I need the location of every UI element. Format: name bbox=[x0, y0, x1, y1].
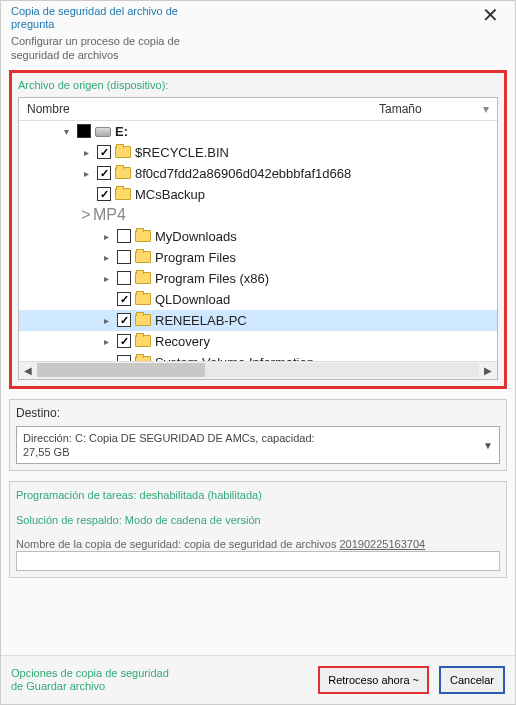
scroll-left-icon[interactable]: ◀ bbox=[19, 365, 37, 376]
expander-icon[interactable]: ▸ bbox=[99, 231, 113, 242]
checkbox[interactable] bbox=[117, 355, 131, 361]
window-title: Copia de seguridad del archivo de pregun… bbox=[11, 5, 211, 31]
tree-body[interactable]: ▾E:▸$RECYCLE.BIN▸8f0cd7fdd2a86906d042ebb… bbox=[19, 121, 497, 361]
folder-icon bbox=[135, 314, 151, 326]
tree-item-label: E: bbox=[115, 124, 128, 139]
close-icon[interactable]: ✕ bbox=[476, 5, 505, 25]
tree-row[interactable]: ▸RENEELAB-PC bbox=[19, 310, 497, 331]
tree-item-label: MP4 bbox=[93, 206, 126, 224]
source-section: Archivo de origen (dispositivo): Nombre … bbox=[9, 70, 507, 389]
backup-name-label: Nombre de la copia de seguridad: copia d… bbox=[16, 537, 500, 551]
solution-label[interactable]: Solución de respaldo: Modo de cadena de … bbox=[16, 513, 276, 527]
tree-row[interactable]: ▾E: bbox=[19, 121, 497, 142]
tree-row[interactable]: MCsBackup bbox=[19, 184, 497, 205]
expander-icon[interactable]: ▸ bbox=[99, 252, 113, 263]
tree-row[interactable]: ▸8f0cd7fdd2a86906d042ebbbfaf1d668 bbox=[19, 163, 497, 184]
folder-icon bbox=[135, 335, 151, 347]
folder-icon bbox=[135, 356, 151, 361]
expander-icon[interactable]: ▸ bbox=[99, 273, 113, 284]
folder-icon bbox=[135, 272, 151, 284]
expander-icon[interactable]: ▸ bbox=[79, 147, 93, 158]
source-label: Archivo de origen (dispositivo): bbox=[18, 79, 498, 91]
tree-item-label: RENEELAB-PC bbox=[155, 313, 247, 328]
backup-name-input[interactable] bbox=[16, 551, 500, 571]
tree-row[interactable]: ▸$RECYCLE.BIN bbox=[19, 142, 497, 163]
tree-item-label: MyDownloads bbox=[155, 229, 237, 244]
checkbox[interactable] bbox=[117, 292, 131, 306]
tree-item-label: MCsBackup bbox=[135, 187, 205, 202]
destination-line2: 27,55 GB bbox=[23, 446, 69, 458]
tree-row[interactable]: ▸Program Files bbox=[19, 247, 497, 268]
tree-item-label: $RECYCLE.BIN bbox=[135, 145, 229, 160]
scroll-thumb[interactable] bbox=[37, 363, 205, 377]
checkbox[interactable] bbox=[117, 271, 131, 285]
backup-name-prefix: Nombre de la copia de seguridad: copia d… bbox=[16, 538, 339, 550]
tree-row[interactable]: QLDownload bbox=[19, 289, 497, 310]
folder-icon bbox=[115, 188, 131, 200]
checkbox[interactable] bbox=[117, 250, 131, 264]
folder-icon bbox=[115, 167, 131, 179]
checkbox[interactable] bbox=[77, 124, 91, 138]
destination-text: Dirección: C: Copia DE SEGURIDAD DE AMCs… bbox=[23, 431, 477, 460]
schedule-label[interactable]: Programación de tareas: deshabilitada (h… bbox=[16, 488, 276, 502]
folder-icon bbox=[135, 293, 151, 305]
folder-icon bbox=[115, 146, 131, 158]
destination-section: Destino: Dirección: C: Copia DE SEGURIDA… bbox=[9, 399, 507, 472]
destination-line1: Dirección: C: Copia DE SEGURIDAD DE AMCs… bbox=[23, 432, 315, 444]
chevron-down-icon[interactable]: ▼ bbox=[477, 439, 493, 452]
expander-icon[interactable]: ▾ bbox=[59, 126, 73, 137]
folder-icon bbox=[135, 251, 151, 263]
tree-header: Nombre Tamaño ▾ bbox=[19, 98, 497, 121]
subtitle-text: Configurar un proceso de copia de seguri… bbox=[1, 31, 221, 69]
checkbox[interactable] bbox=[117, 313, 131, 327]
tree-row[interactable]: >MP4 bbox=[19, 205, 497, 226]
tree-item-label: Program Files bbox=[155, 250, 236, 265]
cancel-button[interactable]: Cancelar bbox=[439, 666, 505, 694]
checkbox[interactable] bbox=[117, 334, 131, 348]
expander-icon[interactable]: ▸ bbox=[99, 336, 113, 347]
destination-combobox[interactable]: Dirección: C: Copia DE SEGURIDAD DE AMCs… bbox=[16, 426, 500, 465]
tree-item-label: Program Files (x86) bbox=[155, 271, 269, 286]
checkbox[interactable] bbox=[97, 166, 111, 180]
tree-item-label: System Volume Information bbox=[155, 355, 314, 361]
folder-icon bbox=[135, 230, 151, 242]
checkbox[interactable] bbox=[97, 187, 111, 201]
dialog-window: Copia de seguridad del archivo de pregun… bbox=[0, 0, 516, 705]
horizontal-scrollbar[interactable]: ◀ ▶ bbox=[19, 361, 497, 379]
file-tree: Nombre Tamaño ▾ ▾E:▸$RECYCLE.BIN▸8f0cd7f… bbox=[18, 97, 498, 380]
destination-label: Destino: bbox=[16, 406, 500, 420]
expander-icon[interactable]: > bbox=[79, 206, 93, 224]
scroll-track[interactable] bbox=[37, 363, 479, 377]
expander-icon[interactable]: ▸ bbox=[99, 315, 113, 326]
backup-name-timestamp: 20190225163704 bbox=[339, 538, 425, 550]
tree-item-label: Recovery bbox=[155, 334, 210, 349]
checkbox[interactable] bbox=[117, 229, 131, 243]
checkbox[interactable] bbox=[97, 145, 111, 159]
col-name[interactable]: Nombre bbox=[27, 102, 379, 116]
col-menu-icon[interactable]: ▾ bbox=[469, 102, 489, 116]
options-link[interactable]: Opciones de copia de seguridad de Guarda… bbox=[11, 667, 171, 693]
tree-row[interactable]: ▸Recovery bbox=[19, 331, 497, 352]
tree-row[interactable]: ▸Program Files (x86) bbox=[19, 268, 497, 289]
button-group: Retroceso ahora ~ Cancelar bbox=[318, 666, 505, 694]
scroll-right-icon[interactable]: ▶ bbox=[479, 365, 497, 376]
tree-item-label: 8f0cd7fdd2a86906d042ebbbfaf1d668 bbox=[135, 166, 351, 181]
backup-now-button[interactable]: Retroceso ahora ~ bbox=[318, 666, 429, 694]
settings-section: Programación de tareas: deshabilitada (h… bbox=[9, 481, 507, 578]
drive-icon bbox=[95, 127, 111, 137]
tree-item-label: QLDownload bbox=[155, 292, 230, 307]
tree-row[interactable]: System Volume Information bbox=[19, 352, 497, 361]
tree-row[interactable]: ▸MyDownloads bbox=[19, 226, 497, 247]
titlebar: Copia de seguridad del archivo de pregun… bbox=[1, 1, 515, 31]
expander-icon[interactable]: ▸ bbox=[79, 168, 93, 179]
col-size[interactable]: Tamaño bbox=[379, 102, 469, 116]
footer: Opciones de copia de seguridad de Guarda… bbox=[1, 655, 515, 704]
